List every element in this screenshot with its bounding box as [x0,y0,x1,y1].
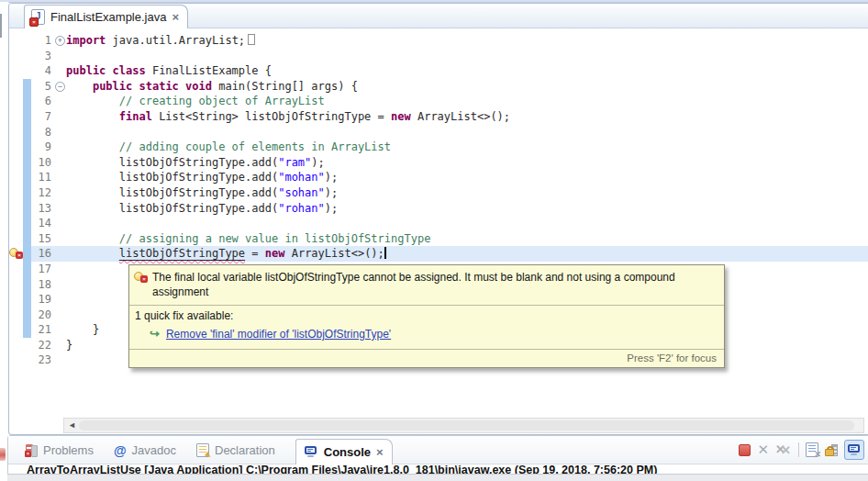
code-text[interactable]: public static void main(String[] args) { [66,79,868,95]
annotation-ruler[interactable] [9,79,23,95]
fold-ruler [54,338,66,353]
editor-tab-finallistexample[interactable]: J × FinalListExample.java × [24,5,188,28]
fold-ruler [54,292,66,308]
line-number: 4 [31,63,54,79]
terminate-icon[interactable] [739,444,751,456]
annotation-ruler[interactable] [9,185,23,201]
range-indicator [23,94,31,109]
declaration-icon [196,443,209,457]
scroll-lock-icon[interactable] [825,443,838,456]
bottom-view-tab-bar: ×Problems@JavadocDeclarationConsole×✕✕✕✕ [8,436,868,464]
code-line-3[interactable]: 3 [9,49,868,64]
code-line-7[interactable]: 7 final List<String> listObjOfStringType… [9,109,868,125]
code-text[interactable]: listObjOfStringType = new ArrayList<>(); [66,246,868,262]
annotation-ruler[interactable] [9,292,23,308]
annotation-ruler[interactable] [9,277,23,293]
range-indicator [23,125,31,140]
editor-horizontal-scrollbar[interactable]: ◄ [63,418,864,433]
annotation-ruler[interactable] [9,231,23,247]
scrollbar-thumb[interactable] [79,420,854,431]
annotation-ruler[interactable] [9,201,23,217]
annotation-ruler[interactable] [9,140,23,155]
code-line-14[interactable]: 14 [9,216,868,231]
annotation-ruler[interactable] [9,322,23,338]
fold-collapse-icon[interactable]: − [55,82,65,92]
annotation-ruler[interactable] [9,125,23,140]
scrollbar-left-arrow-icon[interactable]: ◄ [68,420,76,430]
code-text[interactable]: // adding couple of elements in ArrayLis… [66,140,868,155]
annotation-ruler[interactable] [9,352,23,368]
code-line-16[interactable]: ×16 listObjOfStringType = new ArrayList<… [9,246,868,262]
view-tab-declaration[interactable]: Declaration [196,437,286,464]
range-indicator [23,185,31,201]
code-text[interactable]: // assigning a new value in listObjOfStr… [66,231,868,247]
adjacent-view-sliver [0,2,8,481]
range-indicator [23,49,31,64]
line-number: 20 [31,308,54,323]
range-indicator [23,277,31,293]
annotation-ruler[interactable] [9,94,23,109]
annotation-ruler[interactable] [9,170,23,185]
code-text[interactable] [66,216,868,231]
fold-ruler: + [54,33,66,49]
code-text[interactable]: final List<String> listObjOfStringType =… [66,109,868,125]
annotation-ruler[interactable] [9,63,23,79]
code-text[interactable]: listObjOfStringType.add("sohan"); [66,185,868,201]
fold-ruler [54,262,66,277]
code-text[interactable]: import java.util.ArrayList; [66,33,868,49]
error-marker-icon[interactable]: × [9,247,23,259]
code-text[interactable]: listObjOfStringType.add("rohan"); [66,201,868,217]
fold-ruler [54,140,66,155]
annotation-ruler[interactable] [9,109,23,125]
pin-console-icon[interactable] [844,440,864,460]
console-horizontal-scrollbar[interactable] [7,474,868,481]
code-text[interactable] [66,49,868,64]
code-line-8[interactable]: 8 [9,125,868,140]
close-icon[interactable]: × [172,11,179,23]
clear-console-icon[interactable]: ✕ [806,442,818,457]
view-tab-console[interactable]: Console× [295,439,393,464]
sliver-icon-fragment [0,448,6,461]
code-line-10[interactable]: 10 listObjOfStringType.add("ram"); [9,155,868,171]
error-bulb-icon: × [134,271,148,283]
quickfix-link[interactable]: Remove 'final' modifier of 'listObjOfStr… [166,328,391,341]
error-message: The final local variable listObjOfString… [152,270,717,299]
code-text[interactable]: // creating object of ArrayList [66,94,868,109]
annotation-ruler[interactable] [9,216,23,231]
line-number: 7 [31,109,54,125]
annotation-ruler[interactable] [9,338,23,353]
fold-ruler [54,322,66,338]
code-text[interactable]: public class FinalListExample { [66,63,868,79]
annotation-ruler[interactable] [9,308,23,323]
view-tab-problems[interactable]: ×Problems [25,437,105,464]
view-tab-javadoc[interactable]: @Javadoc [114,437,187,464]
code-line-6[interactable]: 6 // creating object of ArrayList [9,94,868,109]
annotation-ruler[interactable] [9,33,23,49]
java-file-error-icon: J × [31,9,45,25]
view-tab-label: Declaration [215,443,275,457]
code-line-4[interactable]: 4public class FinalListExample { [9,63,868,79]
annotation-ruler[interactable] [9,155,23,171]
remove-all-terminated-icon[interactable]: ✕✕ [775,443,792,456]
code-text[interactable]: listObjOfStringType.add("mohan"); [66,170,868,185]
code-line-15[interactable]: 15 // assigning a new value in listObjOf… [9,231,868,247]
line-number: 3 [31,49,54,64]
code-line-13[interactable]: 13 listObjOfStringType.add("rohan"); [9,201,868,217]
range-indicator [23,216,31,231]
annotation-ruler[interactable] [9,262,23,277]
error-token[interactable]: listObjOfStringType [119,247,245,260]
code-text[interactable] [66,125,868,140]
code-line-5[interactable]: 5− public static void main(String[] args… [9,79,868,95]
code-line-12[interactable]: 12 listObjOfStringType.add("sohan"); [9,185,868,201]
fold-expand-icon[interactable]: + [55,36,65,46]
code-line-9[interactable]: 9 // adding couple of elements in ArrayL… [9,140,868,155]
code-line-1[interactable]: 1+import java.util.ArrayList; [9,33,868,49]
fold-ruler [54,277,66,293]
code-text[interactable]: listObjOfStringType.add("ram"); [66,155,868,171]
range-indicator [23,79,31,95]
annotation-ruler[interactable]: × [9,246,23,262]
annotation-ruler[interactable] [9,49,23,64]
close-icon[interactable]: × [376,446,384,458]
remove-launch-icon[interactable]: ✕ [757,443,769,456]
code-line-11[interactable]: 11 listObjOfStringType.add("mohan"); [9,170,868,185]
